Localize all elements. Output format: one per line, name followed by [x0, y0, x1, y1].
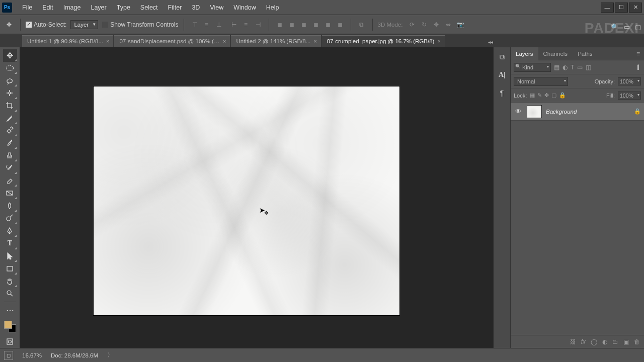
collapse-arrow-icon[interactable]: ◂◂	[488, 39, 493, 45]
shape-tool[interactable]	[3, 262, 17, 275]
checkbox-unchecked-icon[interactable]	[102, 22, 108, 28]
filter-shape-icon[interactable]: ▭	[577, 64, 583, 71]
dist-hcenter-icon[interactable]: ≣	[323, 19, 334, 30]
close-tab-icon[interactable]: ×	[313, 38, 316, 44]
layer-fx-icon[interactable]: fx	[581, 338, 586, 345]
hand-tool[interactable]	[3, 275, 17, 288]
arrange-docs-icon[interactable]: ▭	[624, 23, 630, 31]
menu-file[interactable]: File	[17, 0, 37, 15]
healing-tool[interactable]	[3, 125, 17, 137]
menu-image[interactable]: Image	[58, 0, 86, 15]
blur-tool[interactable]	[3, 200, 17, 212]
align-right-icon[interactable]: ⊣	[253, 19, 264, 30]
3d-pan-icon[interactable]: ✥	[431, 19, 442, 30]
screen-mode-icon[interactable]: ▢	[635, 23, 641, 31]
path-select-tool[interactable]	[3, 250, 17, 262]
align-hcenter-icon[interactable]: ≡	[240, 19, 252, 30]
link-layers-icon[interactable]: ⛓	[570, 338, 576, 345]
new-layer-icon[interactable]: ▣	[623, 338, 629, 345]
dist-vcenter-icon[interactable]: ≣	[286, 19, 297, 30]
zoom-tool[interactable]	[3, 288, 17, 300]
menu-layer[interactable]: Layer	[86, 0, 111, 15]
zoom-level[interactable]: 16.67%	[22, 352, 42, 358]
menu-window[interactable]: Window	[228, 0, 261, 15]
adjustment-layer-icon[interactable]: ◐	[602, 338, 607, 345]
filter-pixel-icon[interactable]: ▦	[554, 64, 559, 71]
layer-mask-icon[interactable]: ◯	[591, 338, 597, 345]
menu-edit[interactable]: Edit	[37, 0, 58, 15]
tab-channels[interactable]: Channels	[538, 47, 573, 60]
dist-top-icon[interactable]: ≣	[274, 19, 285, 30]
brush-tool[interactable]	[3, 137, 17, 149]
edit-toolbar-icon[interactable]: ⋯	[3, 304, 17, 317]
lock-pixels-icon[interactable]: ✎	[537, 92, 542, 99]
menu-view[interactable]: View	[205, 0, 228, 15]
layer-thumbnail[interactable]	[527, 105, 542, 118]
lock-position-icon[interactable]: ✥	[544, 92, 549, 99]
type-tool[interactable]: T	[3, 237, 17, 250]
move-tool[interactable]: ✥	[3, 49, 17, 62]
close-tab-icon[interactable]: ×	[223, 38, 226, 44]
document-tab-active[interactable]: 07-crumpled_paper.jpg @ 16.7% (RGB/8) ×	[322, 35, 445, 47]
document-tab[interactable]: 07-sandDisplacement.psd @ 106% (RGB... ×	[114, 35, 230, 47]
quick-mask-icon[interactable]	[3, 335, 17, 348]
auto-select-option[interactable]: ✓ Auto-Select:	[26, 21, 66, 28]
auto-align-icon[interactable]: ⧉	[356, 19, 367, 30]
close-tab-icon[interactable]: ×	[106, 38, 109, 44]
gradient-tool[interactable]	[3, 187, 17, 200]
dist-right-icon[interactable]: ≣	[335, 19, 346, 30]
foreground-color-swatch[interactable]	[4, 321, 12, 329]
filter-toggle-icon[interactable]: ⏽	[635, 64, 641, 70]
layer-row-background[interactable]: 👁 Background 🔒	[511, 103, 644, 121]
close-tab-icon[interactable]: ×	[437, 38, 440, 44]
menu-filter[interactable]: Filter	[163, 0, 187, 15]
search-icon[interactable]: 🔍	[611, 23, 619, 31]
filter-smart-icon[interactable]: ◫	[586, 64, 591, 71]
paragraph-panel-icon[interactable]: ¶	[497, 87, 508, 99]
filter-kind-dropdown[interactable]: Kind	[514, 63, 551, 72]
eraser-tool[interactable]	[3, 174, 17, 187]
dodge-tool[interactable]	[3, 212, 17, 225]
blend-mode-dropdown[interactable]: Normal	[514, 77, 568, 86]
canvas-area[interactable]: ➤✥	[20, 47, 493, 348]
align-bottom-icon[interactable]: ⊥	[213, 19, 224, 30]
marquee-tool[interactable]	[3, 62, 17, 74]
crop-tool[interactable]	[3, 100, 17, 112]
panel-menu-icon[interactable]: ≡	[632, 50, 644, 57]
auto-select-dropdown[interactable]: Layer	[70, 20, 98, 29]
opacity-field[interactable]: 100%	[618, 77, 641, 85]
dist-left-icon[interactable]: ≣	[310, 19, 321, 30]
status-doc-icon[interactable]: ◻	[4, 351, 13, 360]
quick-select-tool[interactable]	[3, 87, 17, 100]
color-swatches[interactable]	[3, 320, 17, 333]
filter-type-icon[interactable]: T	[571, 64, 574, 71]
status-menu-caret-icon[interactable]: 〉	[107, 351, 113, 359]
history-brush-tool[interactable]	[3, 162, 17, 174]
document-tab[interactable]: Untitled-1 @ 90.9% (RGB/8... ×	[22, 35, 113, 47]
fill-field[interactable]: 100%	[618, 92, 641, 100]
group-icon[interactable]: 🗀	[612, 338, 618, 345]
maximize-button[interactable]: ☐	[615, 3, 628, 13]
dist-bottom-icon[interactable]: ≣	[298, 19, 309, 30]
lock-all-icon[interactable]: 🔒	[559, 92, 566, 99]
history-panel-icon[interactable]: ⧉	[497, 51, 508, 62]
lasso-tool[interactable]	[3, 74, 17, 87]
align-top-icon[interactable]: ⊤	[189, 19, 200, 30]
3d-orbit-icon[interactable]: ⟳	[407, 19, 418, 30]
filter-adjust-icon[interactable]: ◐	[562, 64, 568, 71]
align-left-icon[interactable]: ⊢	[228, 19, 239, 30]
align-vcenter-icon[interactable]: ≡	[201, 19, 212, 30]
tab-paths[interactable]: Paths	[573, 47, 597, 60]
menu-3d[interactable]: 3D	[187, 0, 205, 15]
tab-layers[interactable]: Layers	[511, 47, 538, 60]
3d-slide-icon[interactable]: ⇔	[443, 19, 454, 30]
menu-type[interactable]: Type	[112, 0, 135, 15]
eyedropper-tool[interactable]	[3, 112, 17, 125]
checkbox-checked-icon[interactable]: ✓	[26, 22, 32, 28]
3d-zoom-icon[interactable]: 📷	[455, 19, 466, 30]
stamp-tool[interactable]	[3, 149, 17, 162]
show-transform-option[interactable]: Show Transform Controls	[102, 21, 178, 28]
lock-transparent-icon[interactable]: ▦	[530, 92, 535, 99]
menu-select[interactable]: Select	[135, 0, 163, 15]
document-tab[interactable]: Untitled-2 @ 141% (RGB/8... ×	[231, 35, 320, 47]
